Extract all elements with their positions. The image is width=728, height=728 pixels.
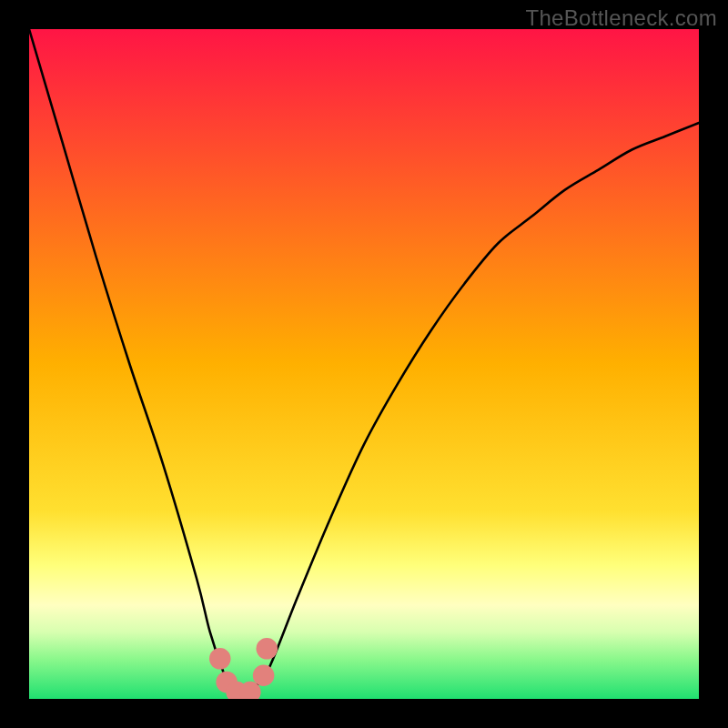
- curve-marker: [209, 648, 231, 670]
- bottleneck-chart: [29, 29, 699, 699]
- watermark-text: TheBottleneck.com: [525, 5, 717, 31]
- curve-marker: [257, 638, 278, 660]
- curve-marker: [253, 664, 275, 686]
- chart-stage: TheBottleneck.com: [0, 0, 728, 728]
